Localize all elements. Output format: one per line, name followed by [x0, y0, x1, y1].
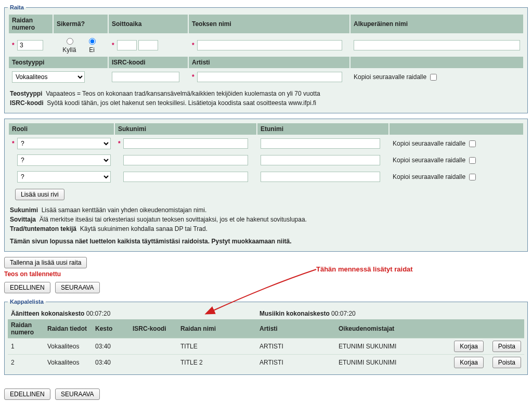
cell-isrc — [129, 339, 177, 355]
info-teostyyppi-label: Teostyyppi — [10, 90, 42, 97]
hdr-artisti: Artisti — [189, 57, 349, 68]
cell-nimi: TITLE — [177, 339, 256, 355]
aanite-kesto-value: 00:07:20 — [86, 310, 111, 317]
info-isrc-text: Syötä koodi tähän, jos olet hakenut sen … — [47, 99, 316, 107]
isrc-input[interactable] — [112, 72, 179, 82]
col-raidan-numero: Raidan numero — [8, 319, 44, 339]
hdr-alkuperainen: Alkuperäinen nimi — [351, 15, 523, 33]
sikerma-ei-radio[interactable] — [89, 38, 96, 45]
raita-info: Teostyyppi Vapaateos = Teos on kokonaan … — [8, 86, 524, 109]
required-marker: * — [112, 42, 115, 49]
add-row-button[interactable]: Lisää uusi rivi — [15, 189, 64, 200]
kopioi-checkbox-3[interactable] — [469, 174, 476, 180]
roles-fieldset: Rooli Sukunimi Etunimi * ? * Kopioi seur… — [4, 119, 528, 252]
kopioi-checkbox-1[interactable] — [469, 140, 476, 147]
help-sukunimi-label: Sukunimi — [10, 206, 38, 214]
help-sukunimi-text: Lisää samaan kenttään vain yhden oikeude… — [42, 206, 207, 214]
help-footer: Tämän sivun lopussa näet luettelon kaiki… — [10, 238, 292, 245]
hdr-sikerma: Sikermä? — [54, 15, 108, 33]
raidan-numero-input[interactable] — [17, 40, 43, 50]
help-sovittaja-label: Sovittaja — [10, 216, 36, 223]
required-marker: * — [12, 140, 16, 147]
help-trad-label: Trad/tuntematon tekijä — [10, 225, 76, 232]
roles-help: Sukunimi Lisää samaan kenttään vain yhde… — [8, 202, 524, 247]
col-artisti: Artisti — [256, 319, 335, 339]
hdr-isrc: ISRC-koodi — [109, 57, 188, 68]
col-blank-2 — [487, 319, 524, 339]
rooli-select-1[interactable]: ? — [17, 138, 111, 149]
teoksen-nimi-input[interactable] — [197, 40, 342, 50]
hdr-raidan-numero: Raidan numero — [9, 15, 53, 33]
roles-table: Rooli Sukunimi Etunimi * ? * Kopioi seur… — [8, 122, 524, 186]
table-row: 1Vokaaliteos03:40TITLEARTISTIETUNIMI SUK… — [8, 339, 524, 355]
kopioi-checkbox-2[interactable] — [469, 157, 476, 164]
info-isrc-label: ISRC-koodi — [10, 99, 44, 107]
raita-fieldset: Raita Raidan numero Sikermä? Soittoaika … — [4, 4, 528, 113]
etunimi-input-3[interactable] — [261, 172, 380, 182]
hdr-sukunimi: Sukunimi — [115, 123, 256, 135]
etunimi-input-1[interactable] — [261, 138, 380, 149]
hdr-soittoaika: Soittoaika — [109, 15, 188, 33]
kopioi-label: Kopioi seuraavalle raidalle — [393, 156, 465, 163]
cell-isrc — [129, 355, 177, 371]
help-sovittaja-text: Älä merkitse itseäsi tai orkesteriasi su… — [40, 216, 307, 223]
kopioi-label: Kopioi seuraavalle raidalle — [393, 139, 465, 147]
hdr-teostyyppi: Teostyyppi — [9, 57, 108, 68]
alkuperainen-nimi-input[interactable] — [354, 40, 520, 50]
sikerma-kylla-radio[interactable] — [67, 38, 73, 45]
korjaa-button[interactable]: Korjaa — [454, 341, 484, 352]
rooli-select-2[interactable]: ? — [17, 154, 111, 166]
cell-artisti: ARTISTI — [256, 339, 335, 355]
next-button-top[interactable]: SEURAAVA — [55, 282, 100, 293]
cell-artisti: ARTISTI — [256, 355, 335, 371]
etunimi-input-2[interactable] — [261, 155, 380, 165]
sikerma-kylla-label: Kyllä — [62, 46, 76, 54]
cell-num: 1 — [8, 339, 44, 355]
raita-table: Raidan numero Sikermä? Soittoaika Teokse… — [8, 14, 524, 86]
artisti-input[interactable] — [197, 72, 342, 82]
status-saved: Teos on tallennettu — [4, 270, 528, 278]
prev-button-bottom[interactable]: EDELLINEN — [4, 388, 50, 400]
kopioi-checkbox[interactable] — [430, 74, 437, 81]
sukunimi-input-2[interactable] — [123, 155, 248, 165]
sukunimi-input-1[interactable] — [123, 138, 248, 149]
cell-num: 2 — [8, 355, 44, 371]
soittoaika-sec-input[interactable] — [138, 40, 158, 50]
soittoaika-min-input[interactable] — [117, 40, 137, 50]
poista-button[interactable]: Poista — [492, 341, 521, 352]
sukunimi-input-3[interactable] — [123, 172, 248, 182]
next-button-bottom[interactable]: SEURAAVA — [55, 388, 100, 400]
table-row: 2Vokaaliteos03:40TITLE 2ARTISTIETUNIMI S… — [8, 355, 524, 371]
raita-legend: Raita — [8, 4, 26, 10]
hdr-rooli: Rooli — [9, 123, 114, 135]
rooli-select-3[interactable]: ? — [17, 171, 111, 183]
save-add-button[interactable]: Tallenna ja lisää uusi raita — [4, 257, 87, 268]
musiikki-kesto-label: Musiikin kokonaiskesto — [259, 310, 330, 317]
cell-oik: ETUNIMI SUKUNIMI — [335, 355, 449, 371]
teostyyppi-select[interactable]: Vokaaliteos — [12, 71, 85, 83]
col-isrc: ISRC-koodi — [129, 319, 177, 339]
required-marker: * — [192, 73, 196, 81]
musiikki-kesto-value: 00:07:20 — [331, 310, 356, 317]
prev-button-top[interactable]: EDELLINEN — [4, 282, 50, 293]
poista-button[interactable]: Poista — [492, 357, 521, 368]
hdr-teoksen-nimi: Teoksen nimi — [189, 15, 349, 33]
col-raidan-tiedot: Raidan tiedot — [44, 319, 92, 339]
required-marker: * — [192, 42, 196, 49]
cell-oik: ETUNIMI SUKUNIMI — [335, 339, 449, 355]
korjaa-button[interactable]: Korjaa — [454, 357, 484, 368]
col-blank-1 — [449, 319, 487, 339]
hdr-blank — [390, 123, 523, 135]
col-raidan-nimi: Raidan nimi — [177, 319, 256, 339]
kopioi-label: Kopioi seuraavalle raidalle — [393, 173, 465, 180]
required-marker: * — [118, 140, 122, 147]
aanite-kesto-label: Äänitteen kokonaiskesto — [11, 310, 84, 317]
cell-kesto: 03:40 — [92, 355, 129, 371]
help-trad-text: Käytä sukuinimen kohdalla sanaa DP tai T… — [80, 225, 207, 232]
required-marker: * — [12, 42, 16, 49]
hdr-blank — [351, 57, 523, 68]
sikerma-ei-label: Ei — [89, 46, 95, 54]
info-teostyyppi-text: Vapaateos = Teos on kokonaan trad/kansan… — [46, 90, 320, 97]
cell-kesto: 03:40 — [92, 339, 129, 355]
cell-nimi: TITLE 2 — [177, 355, 256, 371]
